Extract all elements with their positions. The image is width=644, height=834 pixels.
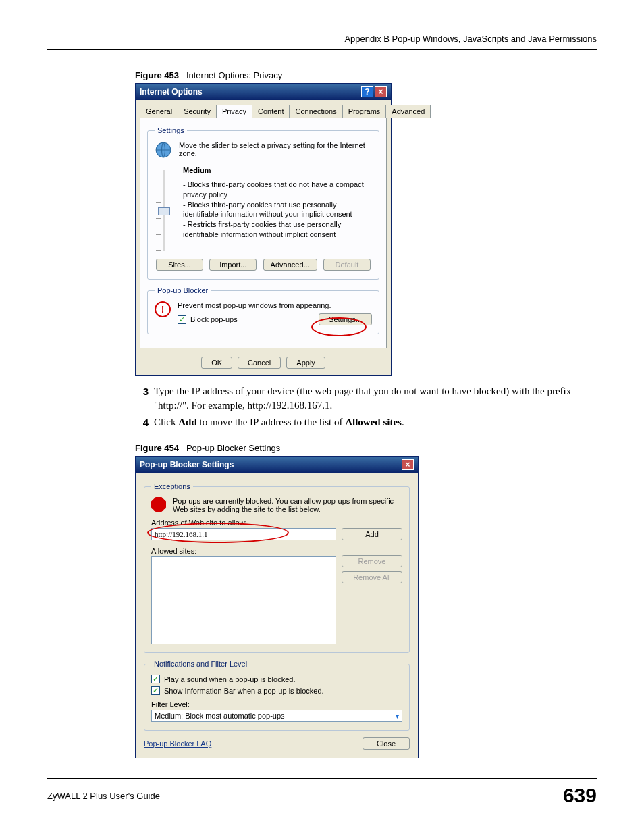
internet-options-dialog: Internet Options ? × General Security Pr… [135,83,392,376]
close-button[interactable]: Close [363,737,410,750]
notifications-legend: Notifications and Filter Level [151,660,250,668]
checkbox-icon: ✓ [151,675,160,683]
sites-button[interactable]: Sites... [156,259,203,271]
dialog-title: Internet Options [140,87,203,97]
page-header: Appendix B Pop-up Windows, JavaScripts a… [47,34,597,50]
privacy-level-desc-3: - Restricts first-party cookies that use… [183,219,372,240]
exceptions-desc: Pop-ups are currently blocked. You can a… [173,497,402,513]
tab-connections[interactable]: Connections [289,105,342,118]
step-list: 3 Type the IP address of your device (th… [136,384,597,429]
page-footer: ZyWALL 2 Plus User's Guide 639 [47,778,597,807]
allowed-sites-label: Allowed sites: [151,547,402,555]
figure-454-caption: Figure 454 Pop-up Blocker Settings [135,443,597,453]
tab-privacy[interactable]: Privacy [216,105,252,118]
settings-legend: Settings [155,126,187,134]
popup-settings-button[interactable]: Settings... [319,313,372,325]
tab-strip: General Security Privacy Content Connect… [140,104,387,118]
import-button[interactable]: Import... [209,259,257,271]
play-sound-checkbox[interactable]: ✓ Play a sound when a pop-up is blocked. [151,675,402,683]
allowed-sites-bold: Allowed sites [345,417,402,427]
play-sound-label: Play a sound when a pop-up is blocked. [164,675,295,683]
step-text: Type the IP address of your device (the … [154,384,597,413]
block-popups-checkbox[interactable]: ✓ Block pop-ups [178,315,238,324]
step-text: Click Add to move the IP address to the … [154,415,404,429]
settings-fieldset: Settings Move the slider to select a pri… [147,126,379,280]
filter-level-select[interactable]: Medium: Block most automatic pop-ups ▾ [151,710,402,722]
cancel-button[interactable]: Cancel [238,357,281,369]
step-number: 4 [136,415,149,429]
close-icon[interactable]: × [375,86,387,97]
exceptions-fieldset: Exceptions Pop-ups are currently blocked… [144,482,410,653]
show-infobar-label: Show Information Bar when a pop-up is bl… [164,687,324,695]
step-text-part: Click [154,417,178,427]
figure-453-label: Figure 453 [135,70,179,80]
tab-advanced[interactable]: Advanced [385,105,431,118]
remove-button[interactable]: Remove [342,555,402,567]
apply-button[interactable]: Apply [286,357,325,369]
tab-general[interactable]: General [140,105,178,118]
dialog-button-row: OK Cancel Apply [136,353,391,375]
tab-programs[interactable]: Programs [342,105,387,118]
tab-security[interactable]: Security [178,105,217,118]
address-input[interactable] [151,528,336,540]
privacy-level-desc-2: - Blocks third-party cookies that use pe… [183,200,372,220]
filter-level-label: Filter Level: [151,700,402,708]
popup-blocker-legend: Pop-up Blocker [155,286,211,294]
figure-453-title: Internet Options: Privacy [186,70,282,80]
help-icon[interactable]: ? [361,86,373,97]
filter-level-value: Medium: Block most automatic pop-ups [155,712,285,720]
figure-453-caption: Figure 453 Internet Options: Privacy [135,70,597,80]
popup-blocker-fieldset: Pop-up Blocker Prevent most pop-up windo… [147,286,379,334]
dialog-titlebar: Internet Options ? × [136,84,391,100]
settings-intro: Move the slider to select a privacy sett… [179,141,372,159]
add-bold: Add [178,417,197,427]
figure-454-title: Pop-up Blocker Settings [186,443,280,453]
figure-454-label: Figure 454 [135,443,179,453]
footer-guide-name: ZyWALL 2 Plus User's Guide [47,791,160,801]
privacy-level-desc-1: - Blocks third-party cookies that do not… [183,180,372,200]
allowed-sites-listbox[interactable] [151,556,336,644]
default-button[interactable]: Default [323,259,371,271]
slider-thumb[interactable] [158,207,170,215]
exceptions-legend: Exceptions [151,482,193,490]
dialog-title: Pop-up Blocker Settings [140,460,234,469]
remove-all-button[interactable]: Remove All [342,571,402,583]
stop-icon [151,497,166,512]
popup-blocker-desc: Prevent most pop-up windows from appeari… [178,301,372,309]
chevron-down-icon: ▾ [396,712,399,720]
address-label: Address of Web site to allow: [151,519,402,527]
page-number: 639 [563,784,597,807]
step-text-part: to move the IP address to the list of [197,417,345,427]
dialog-titlebar: Pop-up Blocker Settings × [136,457,418,473]
show-infobar-checkbox[interactable]: ✓ Show Information Bar when a pop-up is … [151,686,402,695]
notifications-fieldset: Notifications and Filter Level ✓ Play a … [144,660,410,731]
popup-blocker-settings-dialog: Pop-up Blocker Settings × Exceptions Pop… [135,456,419,758]
globe-icon [155,141,172,159]
step-4: 4 Click Add to move the IP address to th… [136,415,597,429]
privacy-advanced-button[interactable]: Advanced... [263,259,317,271]
tab-body: Settings Move the slider to select a pri… [140,118,387,348]
privacy-slider[interactable] [157,170,171,251]
checkbox-icon: ✓ [151,686,160,695]
popup-blocker-faq-link[interactable]: Pop-up Blocker FAQ [144,739,211,748]
add-button[interactable]: Add [342,528,402,540]
step-3: 3 Type the IP address of your device (th… [136,384,597,413]
ok-button[interactable]: OK [201,357,232,369]
privacy-level-name: Medium [183,165,372,176]
checkbox-icon: ✓ [178,315,186,324]
tab-content[interactable]: Content [252,105,290,118]
stop-icon [155,301,171,317]
step-number: 3 [136,384,149,413]
step-text-part: . [402,417,404,427]
block-popups-label: Block pop-ups [190,315,238,323]
close-icon[interactable]: × [402,459,414,470]
